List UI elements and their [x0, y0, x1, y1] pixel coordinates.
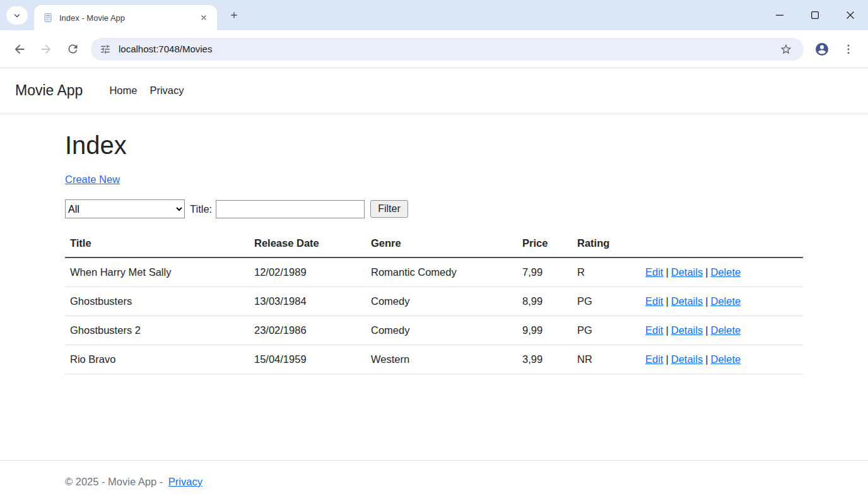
filter-button[interactable]: Filter — [370, 200, 408, 218]
profile-button[interactable] — [809, 36, 835, 62]
tab-strip: Index - Movie App — [0, 0, 868, 30]
three-dot-menu-icon — [842, 43, 855, 56]
chevron-down-icon — [13, 11, 21, 20]
star-icon — [780, 43, 792, 56]
browser-window: Index - Movie App — [0, 0, 868, 68]
cell-rating: PG — [572, 316, 640, 345]
tab-title: Index - Movie App — [59, 13, 197, 23]
action-separator: | — [666, 266, 668, 278]
delete-link[interactable]: Delete — [710, 324, 741, 336]
delete-link[interactable]: Delete — [710, 266, 741, 278]
cell-title: Rio Bravo — [65, 345, 249, 374]
plus-icon — [229, 10, 239, 20]
details-link[interactable]: Details — [671, 324, 703, 336]
action-separator: | — [666, 295, 668, 307]
cell-actions: Edit|Details|Delete — [640, 257, 803, 287]
cell-rating: PG — [572, 287, 640, 316]
nav-link-home[interactable]: Home — [103, 80, 143, 102]
reload-button[interactable] — [59, 36, 86, 62]
footer-privacy-link[interactable]: Privacy — [168, 476, 202, 487]
back-button[interactable] — [6, 36, 33, 62]
delete-link[interactable]: Delete — [710, 295, 741, 307]
create-new-link[interactable]: Create New — [65, 174, 120, 185]
cell-actions: Edit|Details|Delete — [640, 287, 803, 316]
column-header-release-date: Release Date — [249, 230, 366, 257]
column-header-rating: Rating — [572, 230, 640, 257]
edit-link[interactable]: Edit — [645, 295, 663, 307]
window-close-button[interactable] — [833, 0, 868, 30]
site-settings-icon[interactable] — [100, 44, 111, 55]
back-arrow-icon — [13, 42, 26, 56]
column-header-price: Price — [517, 230, 572, 257]
page-favicon-icon — [43, 13, 53, 23]
tab-close-button[interactable] — [197, 11, 211, 25]
main-content: Index Create New All Title: Filter Title… — [65, 114, 803, 460]
close-icon — [200, 14, 208, 21]
cell-actions: Edit|Details|Delete — [640, 345, 803, 374]
cell-release-date: 23/02/1986 — [249, 316, 366, 345]
cell-price: 9,99 — [517, 316, 572, 345]
footer-inner: © 2025 - Movie App - Privacy — [65, 476, 803, 488]
page-content: Movie App Home Privacy Index Create New … — [0, 68, 868, 503]
cell-title: Ghostbusters 2 — [65, 316, 249, 345]
details-link[interactable]: Details — [671, 266, 703, 278]
browser-menu-button[interactable] — [835, 36, 862, 62]
cell-actions: Edit|Details|Delete — [640, 316, 803, 345]
column-header-title: Title — [65, 230, 249, 257]
cell-rating: R — [572, 257, 640, 287]
window-minimize-button[interactable] — [762, 0, 797, 30]
tab-search-button[interactable] — [6, 6, 28, 25]
address-bar[interactable]: localhost:7048/Movies — [91, 38, 804, 61]
cell-release-date: 15/04/1959 — [249, 345, 366, 374]
action-separator: | — [705, 353, 708, 365]
browser-toolbar: localhost:7048/Movies — [0, 30, 868, 68]
column-header-actions — [640, 230, 803, 257]
browser-tab[interactable]: Index - Movie App — [34, 5, 217, 30]
cell-genre: Comedy — [366, 316, 517, 345]
window-maximize-button[interactable] — [797, 0, 833, 30]
details-link[interactable]: Details — [671, 353, 703, 365]
cell-price: 3,99 — [517, 345, 572, 374]
cell-price: 7,99 — [517, 257, 572, 287]
site-navbar: Movie App Home Privacy — [0, 68, 868, 114]
reload-icon — [66, 42, 79, 56]
table-row: Ghostbusters 13/03/1984 Comedy 8,99 PG E… — [65, 287, 803, 316]
new-tab-button[interactable] — [225, 6, 243, 25]
nav-link-privacy[interactable]: Privacy — [143, 80, 190, 102]
page-title: Index — [65, 131, 803, 160]
action-separator: | — [705, 295, 708, 307]
action-separator: | — [705, 324, 708, 336]
forward-arrow-icon — [39, 42, 53, 56]
column-header-genre: Genre — [366, 230, 517, 257]
cell-release-date: 13/03/1984 — [249, 287, 366, 316]
edit-link[interactable]: Edit — [645, 324, 663, 336]
genre-select[interactable]: All — [65, 199, 185, 218]
details-link[interactable]: Details — [671, 295, 703, 307]
edit-link[interactable]: Edit — [645, 266, 663, 278]
cell-rating: NR — [572, 345, 640, 374]
bookmark-star-button[interactable] — [777, 40, 795, 58]
filter-form: All Title: Filter — [65, 199, 803, 218]
create-new-wrap: Create New — [65, 174, 803, 186]
profile-avatar-icon — [814, 42, 830, 57]
url-text[interactable]: localhost:7048/Movies — [119, 44, 777, 54]
maximize-icon — [810, 10, 820, 20]
title-filter-input[interactable] — [216, 200, 365, 218]
site-footer: © 2025 - Movie App - Privacy — [0, 460, 868, 503]
table-row: When Harry Met Sally 12/02/1989 Romantic… — [65, 257, 803, 287]
minimize-icon — [775, 10, 785, 20]
cell-genre: Western — [366, 345, 517, 374]
cell-title: Ghostbusters — [65, 287, 249, 316]
delete-link[interactable]: Delete — [710, 353, 741, 365]
table-row: Ghostbusters 2 23/02/1986 Comedy 9,99 PG… — [65, 316, 803, 345]
brand-link[interactable]: Movie App — [15, 82, 83, 99]
edit-link[interactable]: Edit — [645, 353, 663, 365]
action-separator: | — [705, 266, 708, 278]
table-row: Rio Bravo 15/04/1959 Western 3,99 NR Edi… — [65, 345, 803, 374]
cell-title: When Harry Met Sally — [65, 257, 249, 287]
cell-genre: Romantic Comedy — [366, 257, 517, 287]
cell-genre: Comedy — [366, 287, 517, 316]
movies-table: Title Release Date Genre Price Rating Wh… — [65, 230, 803, 374]
forward-button[interactable] — [33, 36, 59, 62]
action-separator: | — [666, 324, 668, 336]
